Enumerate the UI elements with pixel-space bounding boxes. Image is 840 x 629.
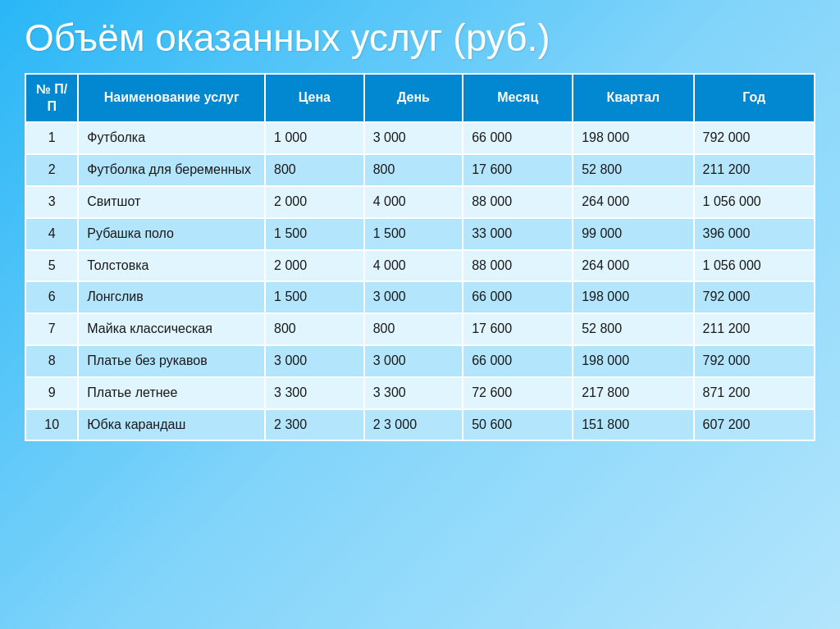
cell-num: 7 <box>25 313 78 345</box>
table-row: 5Толстовка2 0004 00088 000264 0001 056 0… <box>25 250 815 282</box>
cell-name: Рубашка поло <box>78 218 265 250</box>
cell-num: 9 <box>25 377 78 409</box>
cell-year: 211 200 <box>694 154 815 186</box>
cell-num: 5 <box>25 250 78 282</box>
cell-price: 2 000 <box>265 186 364 218</box>
cell-price: 3 000 <box>265 345 364 377</box>
cell-quarter: 264 000 <box>573 250 693 282</box>
table-row: 4Рубашка поло1 5001 50033 00099 000396 0… <box>25 218 815 250</box>
cell-day: 800 <box>364 313 463 345</box>
cell-year: 792 000 <box>694 345 815 377</box>
cell-year: 211 200 <box>694 313 815 345</box>
cell-month: 72 600 <box>463 377 573 409</box>
table-wrapper: № П/П Наименование услуг Цена День Месяц… <box>25 73 815 613</box>
services-table: № П/П Наименование услуг Цена День Месяц… <box>25 73 815 442</box>
cell-name: Лонгслив <box>78 281 265 313</box>
cell-month: 66 000 <box>463 281 573 313</box>
cell-day: 4 000 <box>364 186 463 218</box>
cell-num: 10 <box>25 409 78 441</box>
cell-quarter: 264 000 <box>573 186 693 218</box>
col-header-price: Цена <box>265 74 364 123</box>
cell-name: Майка классическая <box>78 313 265 345</box>
cell-day: 4 000 <box>364 250 463 282</box>
page-title: Объём оказанных услуг (руб.) <box>25 16 815 60</box>
cell-name: Платье без рукавов <box>78 345 265 377</box>
cell-name: Толстовка <box>78 250 265 282</box>
cell-quarter: 99 000 <box>573 218 693 250</box>
cell-num: 6 <box>25 281 78 313</box>
cell-price: 3 300 <box>265 377 364 409</box>
cell-day: 3 300 <box>364 377 463 409</box>
cell-num: 4 <box>25 218 78 250</box>
cell-num: 2 <box>25 154 78 186</box>
cell-name: Юбка карандаш <box>78 409 265 441</box>
cell-price: 1 500 <box>265 281 364 313</box>
cell-month: 66 000 <box>463 122 573 154</box>
cell-year: 396 000 <box>694 218 815 250</box>
cell-name: Футболка <box>78 122 265 154</box>
cell-year: 607 200 <box>694 409 815 441</box>
cell-price: 1 000 <box>265 122 364 154</box>
cell-day: 1 500 <box>364 218 463 250</box>
cell-year: 1 056 000 <box>694 186 815 218</box>
table-row: 2Футболка для беременных80080017 60052 8… <box>25 154 815 186</box>
cell-price: 800 <box>265 154 364 186</box>
cell-quarter: 198 000 <box>573 122 693 154</box>
table-row: 8Платье без рукавов3 0003 00066 000198 0… <box>25 345 815 377</box>
cell-day: 3 000 <box>364 281 463 313</box>
cell-year: 1 056 000 <box>694 250 815 282</box>
cell-month: 33 000 <box>463 218 573 250</box>
cell-name: Футболка для беременных <box>78 154 265 186</box>
cell-quarter: 52 800 <box>573 313 693 345</box>
page-container: Объём оказанных услуг (руб.) № П/П Наиме… <box>0 0 840 629</box>
table-row: 6Лонгслив1 5003 00066 000198 000792 000 <box>25 281 815 313</box>
col-header-name: Наименование услуг <box>78 74 265 123</box>
cell-num: 8 <box>25 345 78 377</box>
cell-price: 2 000 <box>265 250 364 282</box>
cell-quarter: 151 800 <box>573 409 693 441</box>
table-row: 9Платье летнее3 3003 30072 600217 800871… <box>25 377 815 409</box>
cell-year: 871 200 <box>694 377 815 409</box>
table-row: 10Юбка карандаш2 3002 3 00050 600151 800… <box>25 409 815 441</box>
table-row: 3Свитшот2 0004 00088 000264 0001 056 000 <box>25 186 815 218</box>
cell-num: 3 <box>25 186 78 218</box>
table-header-row: № П/П Наименование услуг Цена День Месяц… <box>25 74 815 123</box>
cell-name: Платье летнее <box>78 377 265 409</box>
col-header-month: Месяц <box>463 74 573 123</box>
cell-day: 3 000 <box>364 122 463 154</box>
cell-month: 17 600 <box>463 154 573 186</box>
cell-name: Свитшот <box>78 186 265 218</box>
col-header-year: Год <box>694 74 815 123</box>
cell-day: 3 000 <box>364 345 463 377</box>
cell-quarter: 52 800 <box>573 154 693 186</box>
cell-year: 792 000 <box>694 122 815 154</box>
cell-month: 88 000 <box>463 250 573 282</box>
table-row: 1Футболка1 0003 00066 000198 000792 000 <box>25 122 815 154</box>
cell-day: 2 3 000 <box>364 409 463 441</box>
cell-price: 1 500 <box>265 218 364 250</box>
cell-year: 792 000 <box>694 281 815 313</box>
cell-quarter: 217 800 <box>573 377 693 409</box>
cell-month: 88 000 <box>463 186 573 218</box>
cell-day: 800 <box>364 154 463 186</box>
col-header-day: День <box>364 74 463 123</box>
cell-num: 1 <box>25 122 78 154</box>
cell-quarter: 198 000 <box>573 281 693 313</box>
cell-month: 50 600 <box>463 409 573 441</box>
cell-price: 800 <box>265 313 364 345</box>
cell-quarter: 198 000 <box>573 345 693 377</box>
cell-month: 66 000 <box>463 345 573 377</box>
cell-price: 2 300 <box>265 409 364 441</box>
col-header-num: № П/П <box>25 74 78 123</box>
cell-month: 17 600 <box>463 313 573 345</box>
table-row: 7Майка классическая80080017 60052 800211… <box>25 313 815 345</box>
col-header-quarter: Квартал <box>573 74 693 123</box>
